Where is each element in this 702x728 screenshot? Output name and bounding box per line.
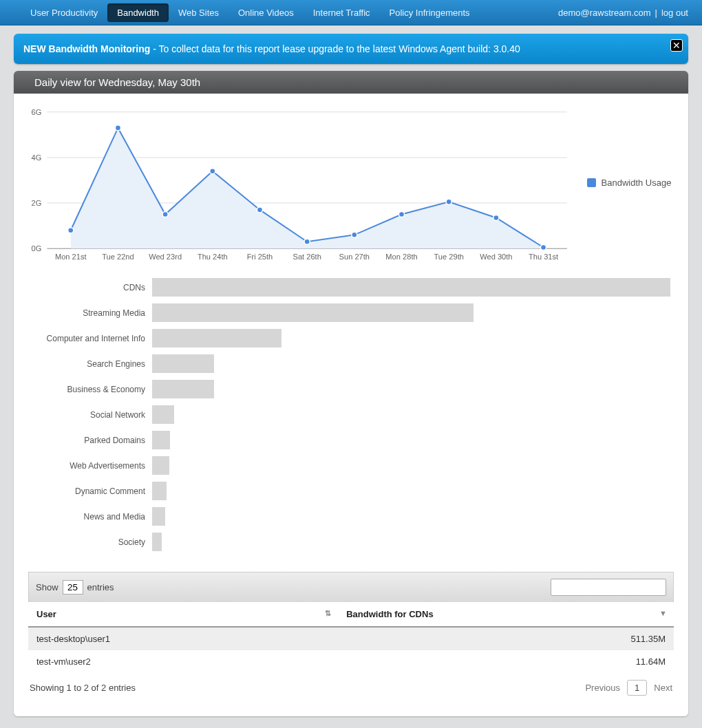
category-bar-row[interactable]: CDNs <box>32 275 670 300</box>
nav-tab-online-videos[interactable]: Online Videos <box>228 3 304 22</box>
category-bar-row[interactable]: Streaming Media <box>32 300 670 325</box>
category-label: Search Engines <box>32 359 152 369</box>
search-input[interactable] <box>551 579 666 596</box>
top-nav: User ProductivityBandwidthWeb SitesOnlin… <box>0 0 702 25</box>
svg-text:Wed 30th: Wed 30th <box>480 253 512 261</box>
svg-text:4G: 4G <box>32 153 42 162</box>
category-bar-row[interactable]: Search Engines <box>32 351 670 376</box>
svg-point-24 <box>257 207 262 213</box>
nav-tab-bandwidth[interactable]: Bandwidth <box>107 3 169 22</box>
category-bar-row[interactable]: News and Media <box>32 504 670 529</box>
category-bar-row[interactable]: Computer and Internet Info <box>32 325 670 351</box>
cell-bandwidth: 11.64M <box>338 650 674 673</box>
svg-text:Mon 28th: Mon 28th <box>385 253 417 261</box>
category-bar <box>152 329 670 347</box>
category-label: Web Advertisements <box>32 461 152 471</box>
category-label: Parked Domains <box>32 436 152 445</box>
svg-text:Sat 26th: Sat 26th <box>292 253 321 261</box>
col-bandwidth[interactable]: Bandwidth for CDNs <box>338 602 674 627</box>
category-bar <box>152 507 670 526</box>
svg-text:Tue 22nd: Tue 22nd <box>102 253 134 261</box>
svg-text:Fri 25th: Fri 25th <box>247 253 273 261</box>
category-label: Society <box>32 537 152 547</box>
category-bar-row[interactable]: Society <box>32 529 670 555</box>
svg-point-26 <box>352 232 357 237</box>
category-bar-row[interactable]: Social Network <box>32 402 670 427</box>
next-button[interactable]: Next <box>654 683 672 693</box>
main-panel: Daily view for Wednesday, May 30th 0G2G4… <box>14 71 688 716</box>
category-bar-row[interactable]: Business & Economy <box>32 376 670 402</box>
category-bar-row[interactable]: Web Advertisements <box>32 453 670 478</box>
category-label: Computer and Internet Info <box>32 334 152 343</box>
cell-bandwidth: 511.35M <box>338 627 674 650</box>
svg-text:Mon 21st: Mon 21st <box>55 253 87 261</box>
category-bar-row[interactable]: Dynamic Comment <box>32 478 670 504</box>
category-label: News and Media <box>32 512 152 522</box>
nav-tab-user-productivity[interactable]: User Productivity <box>21 3 107 22</box>
cell-user: test-desktop\user1 <box>28 627 338 650</box>
svg-point-30 <box>541 244 546 250</box>
svg-text:6G: 6G <box>32 108 42 116</box>
category-bar-row[interactable]: Parked Domains <box>32 427 670 453</box>
category-bar <box>152 354 670 373</box>
svg-point-27 <box>398 212 404 217</box>
banner-text: - To collect data for this report lease … <box>150 43 520 54</box>
category-label: Business & Economy <box>32 385 152 394</box>
svg-point-23 <box>210 169 215 174</box>
table-row[interactable]: test-desktop\user1511.35M <box>28 627 674 650</box>
svg-point-25 <box>304 239 310 244</box>
table-row[interactable]: test-vm\user211.64M <box>28 650 674 673</box>
category-label: Social Network <box>32 410 152 420</box>
category-bar <box>152 405 670 424</box>
svg-text:Thu 24th: Thu 24th <box>198 253 228 261</box>
svg-text:Wed 23rd: Wed 23rd <box>149 253 182 261</box>
logout-link[interactable]: log out <box>661 8 688 18</box>
panel-title: Daily view for Wednesday, May 30th <box>14 71 688 94</box>
category-bar-chart: CDNsStreaming MediaComputer and Internet… <box>32 275 670 555</box>
users-table: User Bandwidth for CDNs test-desktop\use… <box>28 602 674 673</box>
svg-text:Thu 31st: Thu 31st <box>529 253 558 261</box>
category-bar <box>152 380 670 398</box>
banner-title: NEW Bandwidth Monitoring <box>23 43 150 54</box>
length-suffix: entries <box>87 582 114 592</box>
bandwidth-line-chart: 0G2G4G6GMon 21stTue 22ndWed 23rdThu 24th… <box>18 98 574 268</box>
col-user[interactable]: User <box>28 602 338 627</box>
upgrade-banner: NEW Bandwidth Monitoring - To collect da… <box>14 34 688 64</box>
nav-tab-internet-traffic[interactable]: Internet Traffic <box>304 3 380 22</box>
nav-tab-web-sites[interactable]: Web Sites <box>169 3 228 22</box>
category-label: Streaming Media <box>32 308 152 318</box>
prev-button[interactable]: Previous <box>585 683 620 693</box>
category-bar <box>152 431 670 449</box>
legend-label: Bandwidth Usage <box>602 178 672 188</box>
length-prefix: Show <box>36 582 58 592</box>
length-input[interactable] <box>63 580 83 595</box>
page-number[interactable]: 1 <box>627 680 647 696</box>
svg-text:2G: 2G <box>32 199 42 207</box>
svg-point-22 <box>162 212 168 217</box>
users-table-wrapper: Show entries User Bandwidth for CDNs <box>28 572 674 703</box>
table-info: Showing 1 to 2 of 2 entries <box>30 683 136 693</box>
category-bar <box>152 278 670 297</box>
category-bar <box>152 533 670 551</box>
close-icon[interactable]: ✕ <box>670 39 683 52</box>
chart-legend: Bandwidth Usage <box>574 98 684 268</box>
svg-text:0G: 0G <box>32 244 42 253</box>
nav-tab-policy-infringements[interactable]: Policy Infringements <box>380 3 480 22</box>
category-label: Dynamic Comment <box>32 486 152 496</box>
separator: | <box>655 8 657 18</box>
svg-point-28 <box>446 199 451 204</box>
user-email-link[interactable]: demo@rawstream.com <box>558 8 651 18</box>
category-bar <box>152 482 670 500</box>
svg-point-29 <box>493 215 499 220</box>
svg-text:Sun 27th: Sun 27th <box>339 253 370 261</box>
category-bar <box>152 303 670 322</box>
category-bar <box>152 456 670 475</box>
svg-text:Tue 29th: Tue 29th <box>434 253 464 261</box>
svg-point-20 <box>68 228 74 233</box>
legend-swatch <box>587 178 596 187</box>
svg-point-21 <box>115 125 120 131</box>
cell-user: test-vm\user2 <box>28 650 338 673</box>
category-label: CDNs <box>32 283 152 292</box>
